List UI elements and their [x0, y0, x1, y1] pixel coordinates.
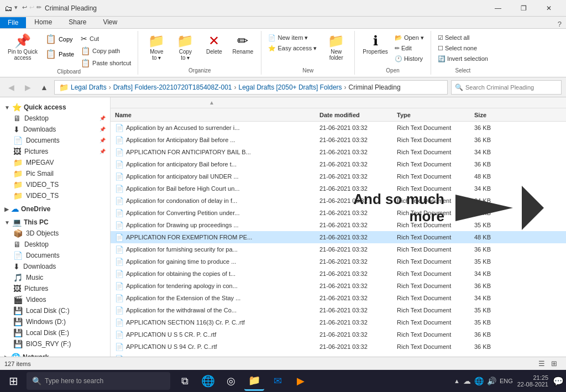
sidebar-item-pic-smail[interactable]: 📁 Pic Smail [0, 168, 110, 179]
pin-to-quick-access-button[interactable]: 📌 Pin to Quickaccess [4, 32, 41, 63]
copy-button[interactable]: 📋 Copy [42, 32, 77, 46]
edge-button[interactable]: 🌐 [198, 371, 218, 391]
table-row[interactable]: 📄 Application for the Extension of the S… [111, 292, 566, 304]
table-row[interactable]: 📄 Application for Anticipatory Bail befo… [111, 134, 566, 146]
table-row[interactable]: 📄 APPLICATION FOR ANTICIPATORY BAIL B...… [111, 146, 566, 158]
search-input[interactable] [465, 84, 558, 91]
taskbar-search[interactable]: 🔍 Type here to search [27, 372, 170, 390]
details-view-icon[interactable]: ☰ [536, 358, 547, 369]
tab-home[interactable]: Home [26, 16, 60, 28]
file-explorer-button[interactable]: 📁 [244, 371, 264, 391]
breadcrumb[interactable]: 📁 Legal Drafts › Drafts] Folders-2021072… [54, 80, 448, 95]
sidebar-item-desktop-pc[interactable]: 🖥 Desktop [0, 239, 110, 250]
this-pc-header[interactable]: ▼ 💻 This PC [0, 217, 110, 228]
tiles-view-icon[interactable]: ⊞ [548, 358, 559, 369]
paste-button[interactable]: 📋 Paste [42, 47, 77, 61]
table-row[interactable]: 📄 APPLICATION U S 97 CR. P. C..rtf 21-06… [111, 353, 566, 357]
table-row[interactable]: 📄 Application for anticipatory bail UNDE… [111, 170, 566, 182]
search-box[interactable]: 🔍 [451, 80, 562, 95]
col-size-header[interactable]: Size [472, 112, 516, 118]
table-row[interactable]: 📄 Application by an Accused to surrender… [111, 122, 566, 134]
cloud-icon[interactable]: ☁ [463, 377, 471, 385]
table-row[interactable]: 📄 Application for Drawing up proceedings… [111, 219, 566, 231]
edit-button[interactable]: ✏ Edit [392, 44, 426, 53]
history-button[interactable]: 🕐 History [392, 54, 426, 64]
delete-button[interactable]: ✕ Delete [200, 32, 228, 57]
sidebar-item-local-disk-e[interactable]: 💾 Local Disk (E:) [0, 327, 110, 338]
sidebar-item-3d-objects[interactable]: 📦 3D Objects [0, 228, 110, 239]
table-row[interactable]: 📄 Application for anticipatory Bail befo… [111, 158, 566, 170]
properties-button[interactable]: ℹ Properties [359, 32, 391, 57]
sidebar-item-windows-d[interactable]: 💾 Windows (D:) [0, 316, 110, 327]
sidebar-item-documents-pc[interactable]: 📄 Documents [0, 250, 110, 261]
select-all-button[interactable]: ☑ Select all [436, 33, 490, 43]
close-button[interactable]: ✕ [536, 0, 562, 17]
paste-shortcut-button[interactable]: 📋 Paste shortcut [78, 58, 133, 69]
quick-access-header[interactable]: ▼ ⭐ Quick access [0, 102, 110, 113]
sidebar-item-bios-rvy[interactable]: 💾 BIOS_RVY (F:) [0, 338, 110, 349]
table-row[interactable]: 📄 Application for Bail before High Court… [111, 182, 566, 195]
speaker-icon[interactable]: 🔊 [487, 377, 496, 385]
table-row[interactable]: 📄 APPLICATION SECTION 116(3) Cr. P. C..r… [111, 316, 566, 328]
copy-path-button[interactable]: 📋 Copy path [78, 45, 133, 56]
tab-share[interactable]: Share [60, 16, 95, 28]
sidebar-item-downloads[interactable]: ⬇ Downloads [0, 124, 110, 135]
col-name-header[interactable]: Name [113, 112, 317, 118]
table-row[interactable]: 📄 Application for condonation of delay i… [111, 195, 566, 207]
vlc-button[interactable]: ▶ [291, 371, 311, 391]
task-view-button[interactable]: ⧉ [175, 371, 195, 391]
sidebar-item-music[interactable]: 🎵 Music [0, 272, 110, 283]
select-none-button[interactable]: ☐ Select none [436, 44, 490, 53]
open-button[interactable]: 📂 Open ▾ [392, 33, 426, 43]
table-row[interactable]: 📄 Application for Converting Petition un… [111, 207, 566, 219]
table-row[interactable]: 📄 Application for the withdrawal of the … [111, 304, 566, 316]
new-item-button[interactable]: 📄 New item ▾ [266, 33, 319, 43]
table-row[interactable]: 📄 APPLICATION FOR EXEMPTION FROM PE... 2… [111, 231, 566, 243]
breadcrumb-legal-drafts[interactable]: Legal Drafts [71, 83, 107, 91]
sidebar-item-video-ts-1[interactable]: 📁 VIDEO_TS [0, 179, 110, 190]
sidebar-item-videos[interactable]: 🎬 Videos [0, 294, 110, 305]
col-type-header[interactable]: Type [395, 112, 472, 118]
breadcrumb-legal-drafts-2050[interactable]: Legal Drafts [2050+ Drafts] Folders [239, 83, 342, 91]
sidebar-item-desktop[interactable]: 🖥 Desktop [0, 113, 110, 124]
sidebar-item-mpegav[interactable]: 📁 MPEGAV [0, 157, 110, 168]
sidebar-item-documents[interactable]: 📄 Documents [0, 135, 110, 146]
table-row[interactable]: 📄 Application for furnishing security fo… [111, 243, 566, 255]
cut-button[interactable]: ✂ Cut [78, 33, 133, 44]
tab-view[interactable]: View [95, 16, 125, 28]
table-row[interactable]: 📄 Application for gaining time to produc… [111, 255, 566, 268]
forward-button[interactable]: ▶ [21, 81, 34, 94]
back-button[interactable]: ◀ [4, 81, 18, 94]
sidebar-item-video-ts-2[interactable]: 📁 VIDEO_TS [0, 190, 110, 201]
maximize-button[interactable]: ❐ [511, 0, 536, 17]
network-tray-icon[interactable]: 🌐 [474, 377, 484, 385]
sidebar-item-pictures[interactable]: 🖼 Pictures [0, 146, 110, 157]
network-header[interactable]: ▶ 🌐 Network [0, 352, 110, 357]
sidebar-item-downloads-pc[interactable]: ⬇ Downloads [0, 261, 110, 272]
breadcrumb-drafts-folders[interactable]: Drafts] Folders-20210720T185408Z-001 [113, 83, 232, 91]
mail-button[interactable]: ✉ [268, 371, 287, 391]
table-row[interactable]: 📄 APPLICATION U S 5 CR. P. C..rtf 21-06-… [111, 328, 566, 341]
up-arrow-icon[interactable]: ▲ [454, 378, 460, 384]
table-row[interactable]: 📄 APPLICATION U S 94 Cr. P. C..rtf 21-06… [111, 341, 566, 353]
cortana-button[interactable]: ◎ [221, 371, 241, 391]
move-to-button[interactable]: 📁 Moveto ▾ [143, 32, 170, 63]
copy-to-button[interactable]: 📁 Copyto ▾ [171, 32, 199, 63]
easy-access-button[interactable]: ⭐ Easy access ▾ [266, 44, 319, 53]
sidebar-item-local-disk-c[interactable]: 💾 Local Disk (C:) [0, 305, 110, 316]
start-button[interactable]: ⊞ [2, 370, 24, 392]
table-row[interactable]: 📄 Application for tendering apology in c… [111, 280, 566, 292]
taskbar-time[interactable]: 21:25 22-08-2021 [517, 374, 548, 388]
table-row[interactable]: 📄 Application for obtaining the copies o… [111, 268, 566, 280]
up-button[interactable]: ▲ [38, 81, 51, 94]
onedrive-header[interactable]: ▶ ☁ OneDrive [0, 203, 110, 215]
new-folder-button[interactable]: 📁 Newfolder [322, 32, 350, 63]
tab-file[interactable]: File [0, 17, 26, 28]
col-date-header[interactable]: Date modified [317, 112, 395, 118]
minimize-button[interactable]: — [485, 0, 511, 17]
window-controls[interactable]: — ❐ ✕ [485, 0, 562, 17]
rename-button[interactable]: ✏ Rename [229, 32, 256, 57]
invert-selection-button[interactable]: 🔄 Invert selection [436, 54, 490, 64]
notification-button[interactable]: 💬 [553, 375, 564, 386]
sidebar-item-pictures-pc[interactable]: 🖼 Pictures [0, 283, 110, 294]
